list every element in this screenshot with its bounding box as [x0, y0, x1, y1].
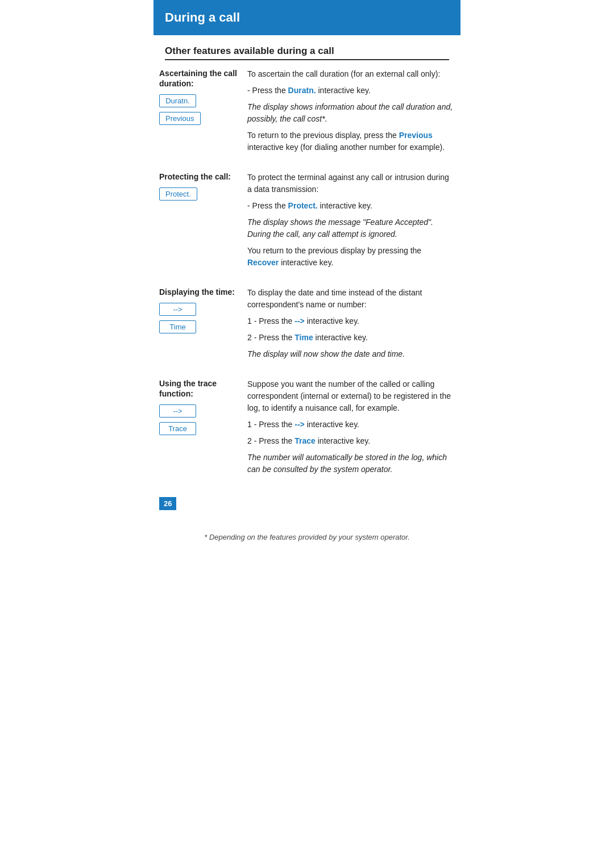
feature-right-ascertaining: To ascertain the call duration (for an e… — [247, 68, 455, 158]
arrow-key-ref-1: --> — [294, 316, 305, 326]
duratn-key-ref: Duratn. — [288, 86, 316, 95]
feature-right-trace: Suppose you want the number of the calle… — [247, 378, 455, 480]
protect-button[interactable]: Protect. — [159, 187, 197, 201]
trace-p1: Suppose you want the number of the calle… — [247, 378, 455, 414]
feature-right-displaying: To display the date and time instead of … — [247, 287, 455, 365]
protect-key-ref: Protect. — [288, 201, 318, 210]
arrow-button-2[interactable]: --> — [159, 404, 196, 418]
page-title: During a call — [165, 10, 449, 25]
protecting-p1: To protect the terminal against any call… — [247, 172, 455, 195]
previous-key-ref: Previous — [399, 131, 433, 140]
trace-p2: 1 - Press the --> interactive key. — [247, 419, 455, 431]
feature-block-ascertaining: Ascertaining the call duration: Duratn. … — [159, 68, 455, 158]
protecting-p2: - Press the Protect. interactive key. — [247, 200, 455, 212]
displaying-p2: 1 - Press the --> interactive key. — [247, 315, 455, 327]
feature-label-protecting: Protecting the call: — [159, 172, 231, 182]
page-number: 26 — [159, 497, 176, 510]
duratn-button[interactable]: Duratn. — [159, 94, 196, 107]
trace-p3: 2 - Press the Trace interactive key. — [247, 435, 455, 447]
recover-key-ref: Recover — [247, 258, 279, 267]
trace-p4: The number will automatically be stored … — [247, 452, 455, 475]
ascertaining-p4: To return to the previous display, press… — [247, 130, 455, 153]
time-button[interactable]: Time — [159, 320, 196, 333]
feature-label-displaying: Displaying the time: — [159, 287, 235, 297]
section-title: Other features available during a call — [165, 45, 449, 60]
ascertaining-p1: To ascertain the call duration (for an e… — [247, 68, 455, 80]
arrow-button-1[interactable]: --> — [159, 303, 196, 316]
displaying-p3: 2 - Press the Time interactive key. — [247, 332, 455, 344]
feature-block-trace: Using the trace function: --> Trace Supp… — [159, 378, 455, 480]
feature-left-ascertaining: Ascertaining the call duration: Duratn. … — [159, 68, 247, 130]
displaying-p4: The display will now show the date and t… — [247, 348, 455, 360]
page-header: During a call — [154, 0, 460, 35]
time-key-ref: Time — [294, 333, 313, 342]
feature-block-protecting: Protecting the call: Protect. To protect… — [159, 172, 455, 273]
previous-button[interactable]: Previous — [159, 112, 201, 125]
feature-left-trace: Using the trace function: --> Trace — [159, 378, 247, 440]
feature-right-protecting: To protect the terminal against any call… — [247, 172, 455, 273]
trace-key-ref: Trace — [294, 436, 316, 445]
page-number-section: 26 * Depending on the features provided … — [159, 497, 455, 547]
displaying-p1: To display the date and time instead of … — [247, 287, 455, 311]
feature-left-protecting: Protecting the call: Protect. — [159, 172, 247, 205]
feature-left-displaying: Displaying the time: --> Time — [159, 287, 247, 338]
feature-label-trace: Using the trace function: — [159, 378, 242, 399]
protecting-p3: The display shows the message "Feature A… — [247, 216, 455, 240]
trace-button[interactable]: Trace — [159, 422, 196, 435]
arrow-key-ref-2: --> — [294, 420, 305, 429]
feature-block-displaying: Displaying the time: --> Time To display… — [159, 287, 455, 365]
feature-label-ascertaining: Ascertaining the call duration: — [159, 68, 242, 89]
ascertaining-p2: - Press the Duratn. interactive key. — [247, 85, 455, 97]
protecting-p4: You return to the previous display by pr… — [247, 245, 455, 269]
ascertaining-p3: The display shows information about the … — [247, 101, 455, 125]
footnote-text: * Depending on the features provided by … — [159, 527, 455, 547]
